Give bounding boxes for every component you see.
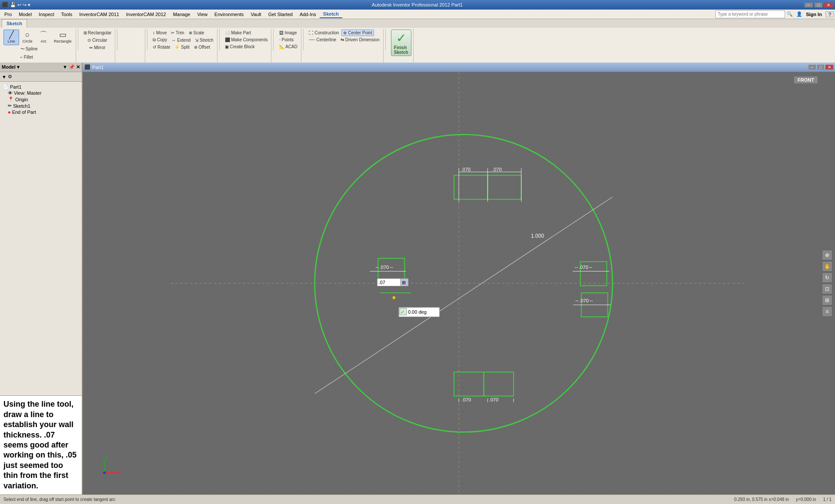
- rectangle-button[interactable]: ▭ Rectangle: [52, 30, 74, 45]
- maximize-button[interactable]: □: [815, 3, 822, 7]
- tree-filter-icon[interactable]: ▼: [2, 74, 7, 80]
- tree-settings-icon[interactable]: ⚙: [8, 74, 12, 80]
- tab-sketch[interactable]: Sketch: [2, 19, 27, 28]
- menu-getstarted[interactable]: Get Started: [265, 11, 296, 18]
- rotate-button[interactable]: ↺ Rotate: [151, 44, 172, 50]
- svg-point-45: [103, 471, 106, 474]
- canvas-minimize[interactable]: ─: [808, 65, 816, 70]
- zoom-button[interactable]: ⊕: [822, 250, 832, 260]
- canvas-titlebar-title: ⬛ Part1: [84, 64, 104, 70]
- image-button[interactable]: 🖼 Image: [277, 30, 299, 36]
- part1-icon: 📄: [3, 84, 9, 90]
- panel-controls: ▼ 📌 ✕: [63, 64, 80, 70]
- svg-text:1.000: 1.000: [531, 233, 544, 239]
- canvas[interactable]: .070 .070 ↔.070↔ .07 ⊞: [83, 72, 835, 494]
- separator6: [303, 29, 304, 50]
- page-total: 1: [829, 497, 832, 502]
- fillet-button[interactable]: ⌐ Fillet: [19, 54, 60, 60]
- separator3: [147, 29, 147, 50]
- make-components-button[interactable]: ⬛ Make Components: [223, 36, 270, 43]
- center-point-button[interactable]: ⊕ Center Point: [341, 30, 374, 36]
- menu-inventorcam2011[interactable]: InventorCAM 2011: [76, 11, 123, 18]
- help-icon[interactable]: 🔍: [785, 11, 795, 17]
- app-icon: ⬛: [2, 2, 8, 8]
- construction-button[interactable]: ⛶ Construction: [307, 30, 341, 36]
- sign-in[interactable]: Sign In: [804, 12, 824, 17]
- appearance-button[interactable]: ≡: [822, 306, 832, 317]
- separator1: [78, 29, 78, 50]
- menu-view[interactable]: View: [194, 11, 211, 18]
- origin-icon: 📍: [8, 96, 14, 102]
- arc-button[interactable]: ⌒ Arc: [36, 30, 51, 45]
- menu-inspect[interactable]: Inspect: [35, 11, 57, 18]
- svg-text:Y: Y: [105, 455, 108, 460]
- menu-inventorcam2012[interactable]: InventorCAM 2012: [123, 11, 170, 18]
- centerline-button[interactable]: ── Centerline: [307, 36, 338, 43]
- split-button[interactable]: ⚡ Split: [173, 44, 191, 50]
- coord-y: y=0.000 in: [796, 497, 816, 502]
- tree-item-viewmaster[interactable]: 👁 View: Master: [2, 90, 80, 96]
- look-at-button[interactable]: ⊡: [822, 284, 832, 294]
- menu-vault[interactable]: Vault: [247, 11, 264, 18]
- menu-addins[interactable]: Add-Ins: [296, 11, 320, 18]
- create-block-button[interactable]: ▣ Create Block: [223, 43, 270, 50]
- tree-item-part1-label: Part1: [10, 84, 21, 90]
- tree-item-origin[interactable]: 📍 Origin: [2, 96, 80, 103]
- filter-icon[interactable]: ▼: [63, 64, 67, 70]
- points-button[interactable]: · Points: [277, 36, 299, 43]
- tutorial-panel: Using the line tool, draw a line to esta…: [0, 395, 82, 494]
- format-buttons: ⛶ Construction ⊕ Center Point ── Centerl…: [307, 30, 381, 43]
- offset-button[interactable]: ⊛ Offset: [192, 44, 212, 50]
- close-button[interactable]: ✕: [824, 3, 833, 7]
- canvas-close[interactable]: ✕: [825, 65, 833, 70]
- menu-tools[interactable]: Tools: [58, 11, 76, 18]
- orbit-button[interactable]: ↻: [822, 272, 832, 283]
- driven-dimension-button[interactable]: ⇆ Driven Dimension: [339, 36, 381, 43]
- make-part-button[interactable]: ⬜ Make Part: [223, 30, 270, 36]
- svg-marker-40: [117, 471, 120, 474]
- mirror-button[interactable]: ⇔ Mirror: [87, 44, 107, 51]
- user-icon[interactable]: 👤: [795, 11, 804, 17]
- panel-close-icon[interactable]: ✕: [76, 64, 80, 70]
- pan-button[interactable]: ✋: [822, 261, 832, 272]
- page-current: 1: [823, 497, 826, 502]
- zoom-all-button[interactable]: ⊞: [822, 295, 832, 305]
- svg-rect-31: [484, 372, 513, 396]
- modify-buttons: ↕ Move ✂ Trim ⊕ Scale ⧉ Copy ↔ Extend ⇲ …: [151, 30, 215, 50]
- tree-item-endofpart[interactable]: ● End of Part: [2, 109, 80, 115]
- scale-button[interactable]: ⊕ Scale: [187, 30, 206, 36]
- panel-pin-icon[interactable]: 📌: [69, 64, 75, 70]
- format-row1: ⛶ Construction ⊕ Center Point: [307, 30, 381, 36]
- svg-point-19: [393, 296, 396, 299]
- minimize-button[interactable]: ─: [805, 3, 813, 7]
- acad-button[interactable]: 📐 ACAD: [277, 43, 299, 50]
- separator7: [385, 29, 386, 50]
- menu-sketch[interactable]: Sketch: [320, 10, 342, 18]
- circle-button[interactable]: ○ Circle: [20, 30, 35, 45]
- menu-environments[interactable]: Environments: [211, 11, 247, 18]
- titlebar-left: ⬛ 💾 ↩ ↪ ▾: [2, 2, 30, 8]
- canvas-maximize[interactable]: □: [817, 65, 824, 70]
- menu-manage[interactable]: Manage: [170, 11, 194, 18]
- finish-sketch-button[interactable]: ✓ FinishSketch: [391, 30, 411, 56]
- menu-model[interactable]: Model: [15, 11, 35, 18]
- spline-button[interactable]: 〜 Spline: [19, 45, 60, 53]
- trim-button[interactable]: ✂ Trim: [169, 30, 186, 36]
- tree-item-sketch1[interactable]: ✏ Sketch1: [2, 103, 80, 109]
- tree-item-part1[interactable]: 📄 Part1: [2, 83, 80, 90]
- circular-button[interactable]: ⊙ Circular: [86, 37, 109, 43]
- extend-button[interactable]: ↔ Extend: [170, 36, 192, 43]
- tree-item-endofpart-label: End of Part: [12, 109, 36, 115]
- stretch-button[interactable]: ⇲ Stretch: [193, 36, 215, 43]
- svg-text:↔.070↔: ↔.070↔: [375, 265, 394, 270]
- move-button[interactable]: ↕ Move: [151, 30, 168, 36]
- menu-pro[interactable]: Pro: [1, 11, 15, 18]
- rectangular-button[interactable]: ⊞ Rectangular: [82, 30, 114, 36]
- arc-icon: ⌒: [40, 31, 47, 39]
- copy-button[interactable]: ⧉ Copy: [151, 36, 169, 43]
- help-button[interactable]: ?: [825, 11, 834, 17]
- search-input[interactable]: [715, 10, 785, 18]
- modify-row1: ↕ Move ✂ Trim ⊕ Scale: [151, 30, 215, 36]
- line-button[interactable]: ╱ Line: [3, 30, 19, 45]
- canvas-area: ⬛ Part1 ─ □ ✕: [83, 63, 835, 494]
